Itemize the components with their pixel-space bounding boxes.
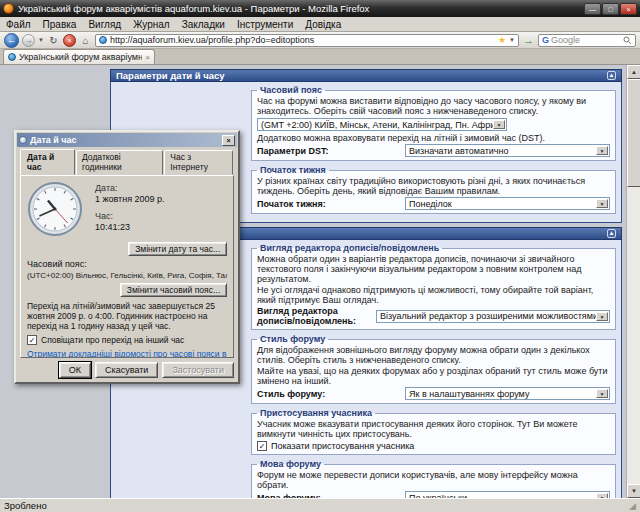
clock-row: Дата: 1 жовтня 2009 р. Час: 10:41:23 <box>27 181 227 239</box>
tab-close-icon[interactable]: × <box>145 53 150 62</box>
site-favicon <box>99 36 107 44</box>
menu-view[interactable]: Вигляд <box>88 19 121 30</box>
tab-bar: Український форум акваріумністов... × <box>0 49 640 65</box>
dialog-timezone-value: (UTC+02:00) Вільнюс, Гельсінкі, Київ, Ри… <box>27 271 227 280</box>
style-row: Стиль форуму: Як в налаштуваннях форуму … <box>257 387 610 400</box>
combo-arrow-icon[interactable]: ▼ <box>596 199 608 208</box>
language-label: Мова форуму: <box>257 493 321 499</box>
go-button[interactable]: → <box>522 34 535 46</box>
google-logo-icon[interactable]: G <box>542 35 549 45</box>
stop-button[interactable]: × <box>63 34 76 47</box>
dst-transition-note: Перехід на літній/зимовий час завершуєть… <box>27 301 227 331</box>
fieldset-customization: Пристосування учасника Учасник може вказ… <box>251 408 616 455</box>
tab-favicon <box>8 53 16 61</box>
apply-button[interactable]: Застосувати <box>162 362 234 378</box>
status-text: Зроблено <box>4 500 47 511</box>
dialog-title: Дата й час <box>30 135 219 145</box>
dialog-tabs: Дата й час Додаткові годинники Час з Інт… <box>16 148 238 175</box>
timezone-select[interactable]: (GMT +2:00) КИЇВ, Мінськ, Атени, Калінін… <box>257 118 507 131</box>
language-row: Мова форуму: По українськи ▼ <box>257 491 610 498</box>
search-input[interactable] <box>551 35 621 45</box>
menu-tools[interactable]: Інструменти <box>237 19 293 30</box>
timezone-intro: Час на форумі можна виставити відповідно… <box>257 96 610 116</box>
collapse-section-icon[interactable]: ▲ <box>607 229 616 238</box>
analog-clock <box>27 181 83 237</box>
dialog-titlebar[interactable]: Дата й час × <box>17 133 237 147</box>
week-start-select[interactable]: Понеділок ▼ <box>405 197 610 210</box>
section-header-datetime: Параметри дати й часу ▲ <box>110 69 622 82</box>
style-selected-value: Як в налаштуваннях форуму <box>409 389 529 399</box>
editor-label: Вигляд редактора дописів/повідомлень: <box>257 306 372 326</box>
cancel-button[interactable]: Скасувати <box>95 362 158 378</box>
fieldset-language: Мова форуму Форум не може перевести допи… <box>251 459 616 498</box>
change-datetime-button[interactable]: Змінити дату та час... <box>128 242 227 256</box>
maximize-button[interactable]: □ <box>602 3 619 15</box>
dst-label: Параметри DST: <box>257 146 328 156</box>
menu-file[interactable]: Файл <box>6 19 31 30</box>
combo-arrow-icon[interactable]: ▼ <box>596 389 608 398</box>
close-button[interactable]: × <box>620 3 637 15</box>
fieldset-style: Стиль форуму Для відображення зовнішньог… <box>251 334 616 404</box>
combo-arrow-icon[interactable]: ▼ <box>596 312 608 321</box>
change-datetime-row: Змінити дату та час... <box>27 242 227 256</box>
combo-arrow-icon[interactable]: ▼ <box>596 493 608 498</box>
scrollbar-thumb[interactable] <box>627 79 640 187</box>
editor-row: Вигляд редактора дописів/повідомлень: Ві… <box>257 306 610 326</box>
menu-help[interactable]: Довідка <box>305 19 341 30</box>
resize-grip[interactable]: ◢ <box>629 501 636 511</box>
clock-icon <box>19 136 27 144</box>
week-start-legend: Початок тижня <box>257 165 329 175</box>
scroll-up-arrow-icon[interactable]: ▲ <box>627 65 640 79</box>
ok-button[interactable]: ОК <box>59 362 91 378</box>
notify-label: Сповіщати про перехід на інший час <box>41 335 184 345</box>
minimize-button[interactable]: — <box>584 3 601 15</box>
menu-edit[interactable]: Правка <box>43 19 77 30</box>
search-bar[interactable]: G <box>538 34 636 47</box>
menu-history[interactable]: Журнал <box>133 19 170 30</box>
bookmark-star-icon[interactable]: ★ <box>498 35 506 45</box>
date-value: 1 жовтня 2009 р. <box>95 194 165 204</box>
editor-select[interactable]: Візуальний редактор з розширеними можлив… <box>376 310 610 323</box>
home-button[interactable]: ⌂ <box>79 35 92 46</box>
navigation-toolbar: ← → ▼ ↻ × ⌂ http://aquaforum.kiev.ua/pro… <box>0 32 640 49</box>
change-timezone-button[interactable]: Змінити часовий пояс... <box>120 283 227 297</box>
timezone-legend: Часовий пояс <box>257 85 325 95</box>
style-label: Стиль форуму: <box>257 389 325 399</box>
dialog-close-button[interactable]: × <box>222 135 235 146</box>
address-bar[interactable]: http://aquaforum.kiev.ua/profile.php?do=… <box>95 34 519 47</box>
fieldset-week-start: Початок тижня У різних країнах світу тра… <box>251 165 616 214</box>
forward-button[interactable]: → <box>22 34 35 47</box>
notify-checkbox[interactable]: ✓ <box>27 335 37 345</box>
dst-select[interactable]: Визначати автоматично ▼ <box>405 144 610 157</box>
tab-internet-time[interactable]: Час з Інтернету <box>164 150 233 175</box>
timezone-info-link[interactable]: Отримати докладніші відомості про часові… <box>27 349 227 358</box>
tab-additional-clocks[interactable]: Додаткові годинники <box>76 150 163 175</box>
url-text[interactable]: http://aquaforum.kiev.ua/profile.php?do=… <box>110 35 495 45</box>
style-intro: Для відображення зовнішнього вигляду фор… <box>257 345 610 365</box>
history-dropdown-arrow[interactable]: ▼ <box>38 37 44 43</box>
url-dropdown-arrow[interactable]: ▼ <box>509 37 515 43</box>
dialog-tab-page: Дата: 1 жовтня 2009 р. Час: 10:41:23 Змі… <box>20 175 234 358</box>
search-icon[interactable] <box>623 36 632 45</box>
dialog-buttons: ОК Скасувати Застосувати <box>16 358 238 382</box>
tab-date-time[interactable]: Дата й час <box>20 149 75 175</box>
menu-bookmarks[interactable]: Закладки <box>182 19 225 30</box>
language-legend: Мова форуму <box>257 459 324 469</box>
style-select[interactable]: Як в налаштуваннях форуму ▼ <box>405 387 610 400</box>
dst-row: Параметри DST: Визначати автоматично ▼ <box>257 144 610 157</box>
combo-arrow-icon[interactable]: ▼ <box>493 120 505 129</box>
collapse-section-icon[interactable]: ▲ <box>607 71 616 80</box>
combo-arrow-icon[interactable]: ▼ <box>596 146 608 155</box>
window-title: Український форум акваріумістів aquaforu… <box>18 3 580 14</box>
back-button[interactable]: ← <box>4 33 19 48</box>
status-bar: Зроблено ◢ <box>0 498 640 512</box>
time-label: Час: <box>95 211 165 221</box>
scroll-down-arrow-icon[interactable]: ▼ <box>627 484 640 498</box>
language-select[interactable]: По українськи ▼ <box>405 491 610 498</box>
window-titlebar: Український форум акваріумістів aquaforu… <box>0 0 640 17</box>
tab-forum[interactable]: Український форум акваріумністов... × <box>3 49 155 64</box>
reload-button[interactable]: ↻ <box>47 35 60 46</box>
vertical-scrollbar[interactable]: ▲ ▼ <box>626 65 640 498</box>
show-customization-checkbox[interactable]: ✓ <box>257 441 267 451</box>
change-timezone-row: Змінити часовий пояс... <box>27 283 227 297</box>
